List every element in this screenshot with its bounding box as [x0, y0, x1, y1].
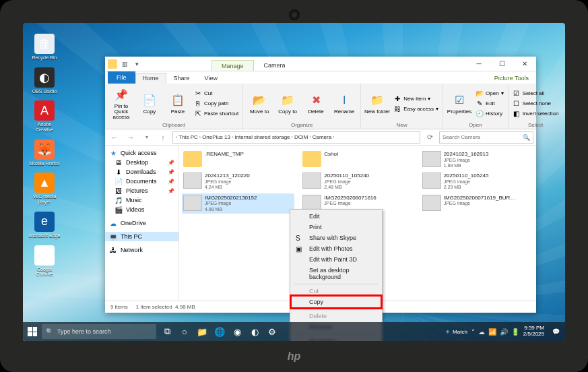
breadcrumb-segment[interactable]: OnePlus 13 — [202, 134, 230, 140]
tray-onedrive-icon[interactable]: ☁ — [478, 328, 485, 336]
maximize-button[interactable]: ☐ — [490, 57, 513, 71]
breadcrumb-segment[interactable]: Internal shared storage — [234, 134, 290, 140]
tray-network-icon[interactable]: 📶 — [488, 328, 496, 336]
select-all-button[interactable]: ☑Select all — [511, 89, 560, 98]
notifications-button[interactable]: 💬 — [552, 328, 560, 335]
desktop-icon[interactable]: ◐OBS Studio — [28, 67, 61, 94]
invert-icon: ◧ — [513, 110, 521, 118]
weather-widget[interactable]: ☀ Match — [445, 329, 467, 335]
desktop[interactable]: 🗑Recycle Bin◐OBS StudioAAdobe Creative🦊M… — [23, 23, 565, 341]
desktop-icon[interactable]: ▲VLC media player — [28, 173, 61, 204]
search-input[interactable] — [443, 134, 520, 140]
nav-pictures[interactable]: 🖼Pictures📌 — [105, 186, 178, 195]
breadcrumb-segment[interactable]: DCIM — [294, 134, 308, 140]
file-item[interactable]: 20250110_105240JPEG image2.48 MB — [301, 171, 414, 191]
file-item[interactable]: IMG20250202130152JPEG image4.98 MB — [182, 193, 294, 214]
file-item[interactable]: .RENAME_TMP — [182, 150, 294, 170]
new-folder-button[interactable]: 📁New folder — [364, 85, 391, 122]
new-item-button[interactable]: ✚New item ▾ — [392, 94, 440, 103]
breadcrumb[interactable]: ›This PC›OnePlus 13›Internal shared stor… — [172, 131, 420, 144]
file-item[interactable]: 20250110_105245JPEG image2.29 MB — [421, 171, 533, 191]
nav-onedrive[interactable]: ☁OneDrive — [105, 218, 178, 228]
tray-volume-icon[interactable]: 🔊 — [500, 328, 508, 336]
tray-chevron-icon[interactable]: ˄ — [471, 328, 475, 336]
select-none-button[interactable]: ☐Select none — [511, 99, 560, 108]
tab-home[interactable]: Home — [135, 73, 166, 84]
file-item[interactable]: 20241023_162813JPEG image1.88 MB — [421, 150, 533, 170]
refresh-button[interactable]: ⟳ — [423, 131, 436, 144]
context-menu-item[interactable]: Edit with Paint 3D — [292, 254, 381, 265]
history-button[interactable]: 🕘History — [474, 109, 505, 119]
cut-button[interactable]: ✂Cut — [193, 89, 240, 98]
file-item[interactable]: 20241213_120220JPEG image4.24 MB — [182, 171, 294, 191]
nav-desktop[interactable]: 🖥Desktop📌 — [105, 158, 178, 167]
context-menu-item[interactable]: Edit — [292, 211, 381, 222]
paste-button[interactable]: 📋 Paste — [164, 85, 191, 122]
move-to-button[interactable]: 📂Move to — [246, 85, 273, 122]
nav-quick-access[interactable]: ★Quick access — [105, 148, 178, 158]
minimize-button[interactable]: ─ — [467, 57, 490, 71]
qat-new-folder-icon[interactable]: ▾ — [132, 59, 141, 69]
rename-button[interactable]: IRename — [331, 85, 358, 122]
forward-button[interactable]: → — [124, 131, 137, 144]
pin-quick-access-button[interactable]: 📌 Pin to Quick access — [108, 85, 135, 122]
copy-path-button[interactable]: ⎘Copy path — [193, 99, 240, 108]
recent-button[interactable]: ▾ — [140, 131, 154, 144]
up-button[interactable]: ↑ — [156, 131, 170, 144]
tab-picture-tools[interactable]: Picture Tools — [487, 73, 536, 84]
titlebar[interactable]: ▥ ▾ Manage Camera ─ ☐ ✕ — [105, 57, 536, 71]
copy-to-button[interactable]: 📁Copy to — [274, 85, 301, 122]
desktop-icon[interactable]: 🗑Recycle Bin — [28, 34, 61, 61]
copy-button[interactable]: 📄 Copy — [136, 85, 163, 122]
context-menu-item[interactable]: Set as desktop background — [292, 265, 381, 282]
taskbar-search[interactable]: 🔍 Type here to search — [42, 324, 156, 339]
tab-view[interactable]: View — [197, 73, 225, 84]
navigation-pane[interactable]: ★Quick access 🖥Desktop📌 ⬇Downloads📌 📄Doc… — [105, 146, 179, 301]
task-view-button[interactable]: ⧉ — [159, 323, 175, 340]
nav-videos[interactable]: 🎬Videos — [105, 205, 178, 214]
search-box[interactable]: 🔍 — [439, 131, 533, 144]
tab-share[interactable]: Share — [166, 73, 197, 84]
start-button[interactable] — [23, 322, 42, 341]
nav-network[interactable]: 🖧Network — [105, 245, 178, 255]
close-button[interactable]: ✕ — [513, 57, 536, 71]
obs-taskbar-icon[interactable]: ◐ — [247, 323, 263, 340]
easy-access-button[interactable]: ⛓Easy access ▾ — [392, 104, 440, 113]
qat-properties-icon[interactable]: ▥ — [120, 59, 129, 69]
file-item[interactable]: Cshot — [301, 150, 414, 170]
delete-button[interactable]: ✖Delete — [302, 85, 329, 122]
nav-this-pc[interactable]: 💻This PC — [105, 232, 178, 241]
edge-taskbar-icon[interactable]: 🌐 — [211, 323, 228, 340]
context-menu-item[interactable]: Copy — [292, 297, 381, 307]
clock[interactable]: 9:39 PM 2/5/2025 — [523, 326, 544, 338]
titlebar-context-group[interactable]: Manage — [211, 60, 254, 71]
breadcrumb-segment[interactable]: This PC — [178, 134, 197, 140]
tab-file[interactable]: File — [108, 71, 135, 84]
desktop-icon[interactable]: ◉Google Chrome — [28, 245, 61, 277]
explorer-taskbar-icon[interactable]: 📁 — [194, 323, 210, 340]
desktop-icon[interactable]: eMicrosoft Edge — [28, 212, 61, 239]
nav-documents[interactable]: 📄Documents📌 — [105, 177, 178, 186]
invert-selection-button[interactable]: ◧Invert selection — [511, 109, 560, 119]
breadcrumb-segment[interactable]: Camera — [313, 134, 331, 140]
nav-downloads[interactable]: ⬇Downloads📌 — [105, 167, 178, 177]
desktop-icon[interactable]: AAdobe Creative — [28, 100, 61, 132]
context-menu-item[interactable]: Print — [292, 222, 381, 232]
settings-taskbar-icon[interactable]: ⚙ — [264, 323, 280, 340]
desktop-icon[interactable]: 🦊Mozilla Firefox — [28, 140, 61, 166]
paste-shortcut-button[interactable]: ⇱Paste shortcut — [193, 109, 240, 119]
context-menu-item[interactable]: ▣Edit with Photos — [292, 243, 381, 254]
nav-music[interactable]: 🎵Music — [105, 195, 178, 205]
tray-battery-icon[interactable]: 🔋 — [511, 328, 519, 336]
context-menu-item[interactable]: SShare with Skype — [292, 232, 381, 243]
edit-button[interactable]: ✎Edit — [474, 99, 505, 108]
chrome-taskbar-icon[interactable]: ◉ — [229, 323, 245, 340]
back-button[interactable]: ← — [108, 131, 121, 144]
windows-icon — [28, 327, 37, 336]
select-none-icon: ☐ — [513, 100, 521, 108]
open-button[interactable]: 📂Open ▾ — [474, 89, 505, 98]
taskbar[interactable]: 🔍 Type here to search ⧉ ○ 📁 🌐 ◉ ◐ ⚙ ☀ Ma… — [23, 322, 565, 341]
file-item[interactable]: IMG20250206071619_BURST005_388 15435JPEG… — [421, 193, 533, 214]
properties-button[interactable]: ☑Properties — [446, 85, 473, 122]
cortana-button[interactable]: ○ — [176, 323, 193, 340]
